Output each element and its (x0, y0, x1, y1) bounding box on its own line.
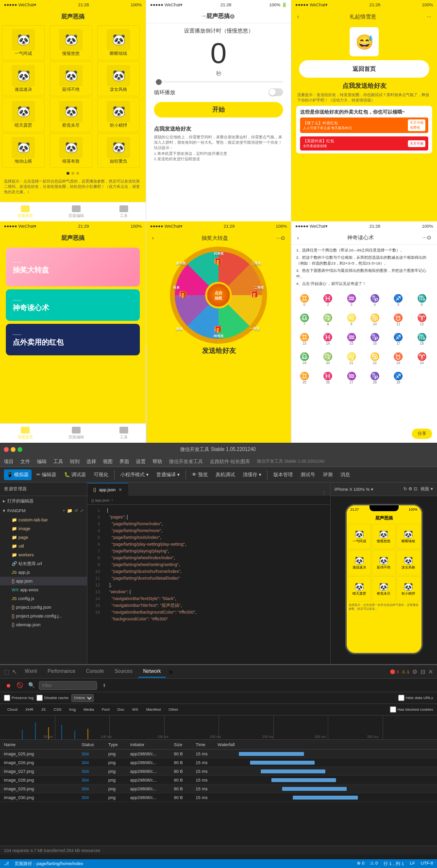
tree-file-app-wxss[interactable]: WX app.wxss (0, 585, 87, 594)
filter-other[interactable]: Other (165, 706, 182, 714)
inspect-icon[interactable]: ⬚ (4, 668, 9, 675)
tree-folder-custom-tab-bar[interactable]: 📁 custom-tab-bar (0, 516, 87, 524)
list-item[interactable]: 🐼泼女风格 (97, 61, 140, 96)
table-row[interactable]: image_028.png 304 png app29808/c... 90 B… (0, 776, 437, 785)
fit-icon[interactable]: ⊡ (414, 486, 418, 491)
tree-file-url[interactable]: 🔗 站长图库.url (0, 559, 87, 568)
back-btn-5[interactable]: ‹ (152, 235, 154, 241)
menu-file[interactable]: 文件 (20, 458, 30, 465)
miniapp-mode-btn[interactable]: 小程序模式 ▾ (118, 469, 151, 480)
filter-font[interactable]: Font (99, 706, 113, 714)
dock-icon[interactable]: ⊟ (420, 668, 425, 675)
import-icon[interactable]: ⬆ (100, 681, 109, 690)
minimize-window-button[interactable] (11, 447, 16, 452)
table-row[interactable]: image_029.png 304 png app29808/c... 90 B… (0, 785, 437, 793)
version-mgmt-btn[interactable]: 版本管理 (270, 469, 296, 480)
disable-cache-checkbox[interactable]: Disable cache (36, 695, 68, 701)
mind-reading-menu[interactable]: —— 神奇读心术 (6, 289, 140, 321)
tab-wxml[interactable]: Wxml (20, 666, 42, 678)
visual-btn[interactable]: 可视化 (91, 469, 111, 480)
new-folder-icon[interactable]: 📁 (67, 508, 72, 513)
clear-btn[interactable]: 🚫 (16, 681, 24, 690)
test-btn[interactable]: 测试号 (298, 469, 318, 480)
tree-file-project-private[interactable]: {} project.private.config.j... (0, 612, 87, 620)
list-item[interactable]: 🐼延绵不绝 (50, 61, 92, 96)
tree-file-app-js[interactable]: JS app.js (0, 568, 87, 577)
settings-icon[interactable]: ⚙ (412, 668, 418, 675)
back-icon[interactable]: ··· (202, 14, 206, 19)
tab-performance[interactable]: Performance (43, 666, 80, 678)
menu-settings[interactable]: 设置 (136, 458, 146, 465)
list-item[interactable]: 🐼错落有致 (50, 133, 92, 168)
menu-help[interactable]: 帮助 (152, 458, 162, 465)
message-btn[interactable]: 消息 (337, 469, 353, 480)
tab-music[interactable]: 页面编辑 (68, 205, 84, 218)
close-window-button[interactable] (4, 447, 9, 452)
start-button[interactable]: 开始 (154, 102, 283, 117)
open-editors-header[interactable]: ▸ 打开的编辑器 (0, 496, 87, 506)
debugger-btn[interactable]: 🐛 调试器 (61, 469, 89, 480)
record-btn[interactable]: ⏺ (4, 681, 13, 690)
share-button[interactable]: 分享 (412, 429, 432, 439)
back-to-home-button[interactable]: 返回首页 (299, 60, 429, 78)
loop-toggle[interactable] (269, 88, 283, 96)
menu-wechat-dev[interactable]: 微信开发者工具 (169, 458, 203, 465)
list-item[interactable]: 🐼地动山摇 (2, 133, 45, 168)
settings-icon[interactable]: ⚙ (408, 486, 412, 491)
tab-sources[interactable]: Sources (110, 666, 137, 678)
timer-slider[interactable] (146, 77, 291, 86)
menu-select[interactable]: 选择 (86, 458, 96, 465)
menu-goto[interactable]: 转到 (70, 458, 80, 465)
menu-tool[interactable]: 工具 (53, 458, 63, 465)
network-filter-input[interactable] (39, 681, 97, 690)
coupon-item-2[interactable]: 【美团外卖】红包 全民童超级创猫 天天可领 (300, 136, 428, 150)
tree-folder-util[interactable]: 📁 util (0, 542, 87, 551)
tab-console[interactable]: Console (81, 666, 109, 678)
real-debug-btn[interactable]: 真机调试 (213, 469, 238, 480)
filter-cloud[interactable]: Cloud (4, 706, 21, 714)
tree-file-project-config[interactable]: {} project.config.json (0, 603, 87, 612)
list-item[interactable]: 🐼如轻重负 (97, 133, 140, 168)
menu-edit[interactable]: 编辑 (37, 458, 47, 465)
filter-css[interactable]: CSS (50, 706, 65, 714)
throttle-select[interactable]: Online (71, 694, 94, 702)
tree-folder-image[interactable]: 📁 image (0, 524, 87, 533)
takeout-coupon-menu[interactable]: —— 点外卖用的红包 (6, 324, 140, 355)
spin-button[interactable]: 点击抽奖 (205, 282, 232, 309)
list-item[interactable]: 🐼断断续续 (97, 25, 140, 60)
compile-btn[interactable]: 普通编译 ▾ (153, 469, 183, 480)
tab-app-json[interactable]: {} app.json ✕ (87, 483, 128, 496)
menu-project[interactable]: 项目 (4, 458, 14, 465)
table-row[interactable]: image_027.png 304 png app29808/c... 90 B… (0, 767, 437, 776)
filter-doc[interactable]: Doc (114, 706, 128, 714)
filter-img[interactable]: Img (66, 706, 79, 714)
tab-music-4[interactable]: 页面编辑 (68, 427, 84, 440)
filter-js[interactable]: JS (38, 706, 49, 714)
editor-btn[interactable]: ✏ 编辑器 (34, 469, 59, 480)
tab-tools[interactable]: 工具 (119, 205, 128, 218)
filter-media[interactable]: Media (80, 706, 98, 714)
filter-manifest[interactable]: Manifest (143, 706, 164, 714)
tree-file-app-json[interactable]: {} app.json (0, 577, 87, 585)
table-row[interactable]: image_030.png 304 png app29808/c... 90 B… (0, 793, 437, 802)
rotate-icon[interactable]: ↻ (403, 486, 407, 491)
list-item[interactable]: 🐼察觉未尽 (50, 97, 92, 132)
list-item[interactable]: 🐼速战速决 (2, 61, 45, 96)
cursor-icon[interactable]: ↖ (12, 668, 17, 675)
refresh-icon[interactable]: ↺ (74, 508, 78, 513)
tab-network[interactable]: Network (138, 666, 166, 678)
back-chevron[interactable]: ‹ (297, 14, 299, 19)
more-tabs-icon[interactable]: » (168, 668, 173, 676)
simulator-btn[interactable]: 📱 模拟器 (4, 469, 32, 480)
tree-folder-workers[interactable]: 📁 workers (0, 551, 87, 559)
evaluate-btn[interactable]: 评测 (320, 469, 336, 480)
table-row[interactable]: image_025.png 304 png app29808/c... 90 B… (0, 750, 437, 758)
preserve-log-checkbox[interactable]: Preserve log (4, 695, 34, 701)
collapse-icon[interactable]: ⤢ (80, 508, 84, 513)
tab-tools-4[interactable]: 工具 (119, 427, 128, 440)
close-tab-icon[interactable]: ✕ (118, 487, 122, 492)
hide-data-urls-checkbox[interactable]: Hide data URLs (398, 695, 433, 701)
tree-file-sitemap[interactable]: {} sitemap.json (0, 620, 87, 629)
clear-cache-btn[interactable]: 清缓存 ▾ (240, 469, 264, 480)
tree-folder-page[interactable]: 📁 page (0, 533, 87, 542)
